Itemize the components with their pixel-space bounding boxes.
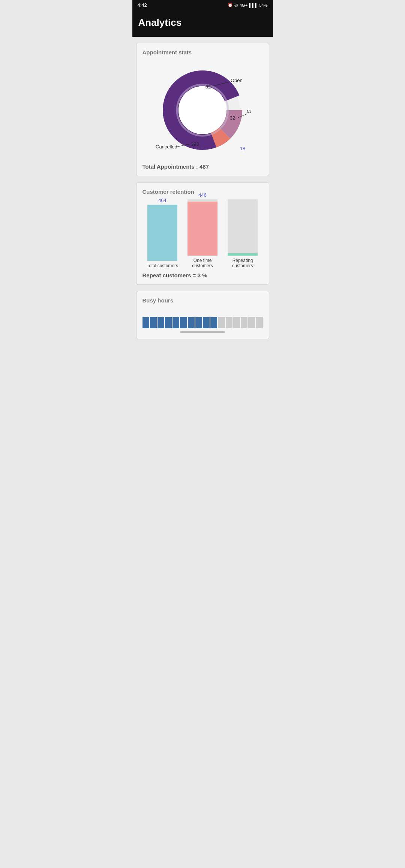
status-time: 4:42 xyxy=(138,2,147,8)
busy-bar-1 xyxy=(142,317,149,328)
busy-bar-10 xyxy=(210,317,217,328)
app-title: Analytics xyxy=(138,17,267,28)
bar-outer-total xyxy=(147,205,177,261)
donut-svg: 62 32 393 Open Complet… Cancelled xyxy=(154,61,251,159)
status-bar: 4:42 ⏰ ◎ 4G+ ▌▌▌ 54% xyxy=(132,0,273,10)
busy-hours-card: Busy hours xyxy=(136,291,269,339)
busy-bar-7 xyxy=(188,317,195,328)
busy-bar-12 xyxy=(226,317,232,328)
busy-bar-6 xyxy=(180,317,187,328)
donut-hole xyxy=(178,86,226,134)
bar-group-total: 464 Total customers xyxy=(146,198,179,268)
bar-outer-repeating xyxy=(228,199,258,256)
busy-bar-14 xyxy=(241,317,248,328)
donut-chart-wrapper: 62 32 393 Open Complet… Cancelled xyxy=(154,61,251,159)
busy-bar-4 xyxy=(165,317,172,328)
busy-hours-title: Busy hours xyxy=(142,297,263,304)
open-text-label: Open xyxy=(231,78,243,83)
busy-bar-13 xyxy=(233,317,240,328)
completed-value-label: 32 xyxy=(230,115,235,121)
completed-text-label: Complet… xyxy=(247,109,251,114)
bar-outer-onetime xyxy=(188,199,218,256)
bar-value-total: 464 xyxy=(158,198,166,203)
cancelled-text-label: Cancelled xyxy=(156,144,177,150)
bar-fill-onetime xyxy=(188,202,218,256)
bar-group-repeating: 18 Repeating customers xyxy=(226,146,260,268)
busy-bar-5 xyxy=(172,317,179,328)
bar-fill-repeating xyxy=(228,253,258,256)
busy-bar-8 xyxy=(195,317,202,328)
bar-group-onetime: 446 One time customers xyxy=(186,192,219,268)
bar-label-total: Total customers xyxy=(147,263,178,268)
bar-chart-area: 464 Total customers 446 One time custome… xyxy=(142,201,263,268)
battery-icon: 54% xyxy=(259,3,267,7)
appointment-stats-card: Appointment stats xyxy=(136,43,269,176)
busy-bar-3 xyxy=(158,317,164,328)
network-icon: 4G+ xyxy=(240,3,248,7)
appointment-stats-title: Appointment stats xyxy=(142,49,263,55)
scrollbar-hint xyxy=(180,331,225,333)
cancelled-value-label: 393 xyxy=(191,141,199,147)
signal-icon: ▌▌▌ xyxy=(249,3,258,7)
open-value-label: 62 xyxy=(206,84,211,90)
bar-fill-total xyxy=(147,205,177,261)
status-icons: ⏰ ◎ 4G+ ▌▌▌ 54% xyxy=(228,3,268,7)
bar-value-onetime: 446 xyxy=(198,192,207,198)
bar-label-onetime: One time customers xyxy=(186,258,219,268)
busy-bar-15 xyxy=(248,317,255,328)
wifi-icon: ◎ xyxy=(234,3,238,7)
busy-hours-bar-area xyxy=(142,310,263,328)
busy-bar-9 xyxy=(203,317,210,328)
repeat-customers-text: Repeat customers = 3 % xyxy=(142,272,263,278)
alarm-icon: ⏰ xyxy=(228,3,233,7)
donut-chart-container: 62 32 393 Open Complet… Cancelled xyxy=(142,61,263,159)
busy-bar-2 xyxy=(150,317,157,328)
app-header: Analytics xyxy=(132,10,273,37)
customer-retention-card: Customer retention 464 Total customers 4… xyxy=(136,182,269,285)
busy-bar-11 xyxy=(218,317,225,328)
busy-bar-16 xyxy=(256,317,262,328)
bar-label-repeating: Repeating customers xyxy=(226,258,260,268)
